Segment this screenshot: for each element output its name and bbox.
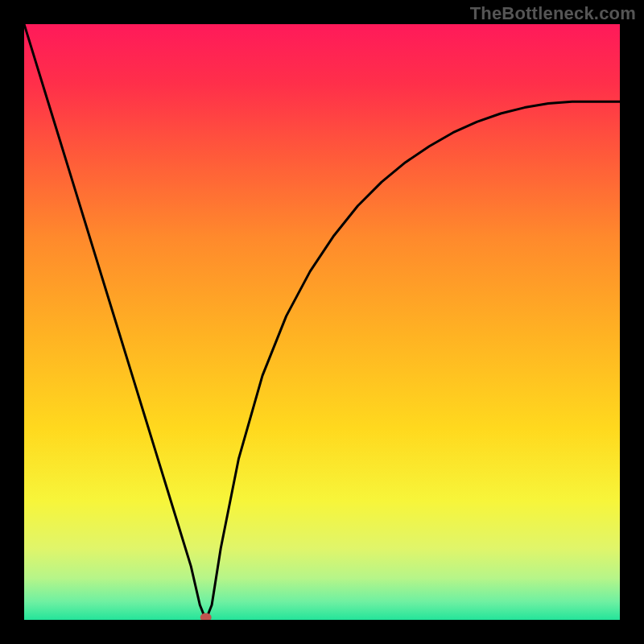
bottleneck-marker (200, 613, 212, 621)
chart-frame: TheBottleneck.com (0, 0, 644, 644)
bottleneck-curve (24, 24, 620, 620)
plot-area (24, 24, 620, 620)
watermark-text: TheBottleneck.com (470, 3, 636, 24)
bottleneck-curve-layer (24, 24, 620, 620)
